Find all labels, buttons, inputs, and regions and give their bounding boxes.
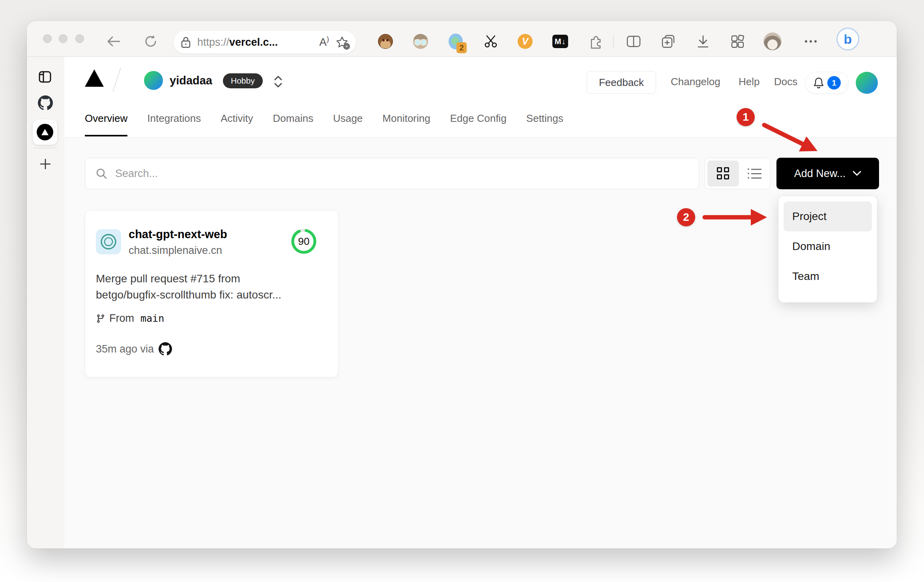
team-name[interactable]: yidadaa [170, 74, 212, 87]
collections-button[interactable] [659, 33, 677, 50]
commit-line-2: betgo/bugfix-scrollthumb fix: autoscr... [96, 287, 323, 303]
traffic-light-close[interactable] [43, 34, 52, 43]
dashboard-tabs: Overview Integrations Activity Domains U… [85, 112, 563, 136]
monkey-icon [378, 34, 393, 49]
extension-translate[interactable]: 2 [447, 33, 464, 50]
bing-chat-button[interactable]: b [836, 28, 859, 50]
extension-badge: 2 [456, 42, 467, 53]
add-new-button[interactable]: Add New... [776, 158, 879, 189]
list-view-icon [748, 168, 761, 179]
search-box [85, 158, 699, 189]
feedback-button[interactable]: Feedback [587, 71, 656, 94]
annotation-step-2: 2 [677, 208, 695, 226]
add-new-label: Add New... [794, 168, 846, 180]
team-switcher-button[interactable] [273, 75, 283, 90]
downloads-button[interactable] [694, 33, 712, 50]
openai-icon [99, 233, 118, 251]
browser-essentials-icon [730, 34, 745, 49]
tab-domains[interactable]: Domains [273, 112, 314, 136]
score-ring[interactable]: 90 [291, 228, 317, 254]
collections-icon [660, 34, 675, 49]
team-avatar[interactable] [144, 71, 163, 90]
tab-actions-button[interactable] [38, 70, 52, 84]
lock-icon [181, 36, 191, 48]
extension-markdown[interactable]: M↓ [552, 33, 569, 50]
split-screen-button[interactable] [625, 33, 642, 50]
menu-item-domain[interactable]: Domain [784, 231, 872, 261]
search-input[interactable] [115, 168, 668, 180]
toolbar-divider [613, 35, 614, 48]
puzzle-icon [588, 34, 603, 49]
chevron-down-icon [853, 171, 861, 176]
tab-activity[interactable]: Activity [221, 112, 253, 136]
v-icon: V [518, 34, 533, 49]
essentials-button[interactable] [729, 33, 746, 50]
extensions-menu[interactable] [587, 33, 604, 50]
ellipsis-icon [805, 40, 817, 43]
list-view-button[interactable] [739, 158, 771, 189]
tab-settings[interactable]: Settings [526, 112, 563, 136]
header-separator [64, 137, 897, 138]
profile-button[interactable] [763, 33, 782, 50]
docs-link[interactable]: Docs [774, 76, 797, 88]
branch-name: main [140, 313, 164, 324]
project-card[interactable]: chat-gpt-next-web chat.simplenaive.cn 90… [85, 210, 339, 377]
plus-icon: + [343, 43, 350, 50]
grid-view-button[interactable] [707, 160, 739, 187]
breadcrumb-slash [112, 67, 121, 91]
vertical-tab-github[interactable] [38, 95, 53, 110]
url-host: vercel.c... [229, 36, 278, 48]
traffic-light-zoom[interactable] [75, 34, 84, 43]
tab-overview[interactable]: Overview [85, 112, 127, 136]
add-favorite-icon[interactable]: + [335, 35, 349, 49]
tab-monitoring[interactable]: Monitoring [382, 112, 430, 136]
plan-badge: Hobby [223, 73, 263, 88]
sidebar-divider [34, 148, 57, 148]
chevron-up-down-icon [273, 75, 283, 88]
reader-mode-icon[interactable]: A) [319, 36, 329, 48]
github-icon [159, 342, 172, 356]
reload-button[interactable] [142, 33, 159, 50]
notifications-button[interactable]: 1 [805, 72, 849, 94]
extension-tampermonkey[interactable] [377, 33, 394, 50]
extension-clipper[interactable] [482, 33, 499, 50]
back-button[interactable] [105, 33, 122, 50]
view-toggle [705, 158, 771, 189]
changelog-link[interactable]: Changelog [671, 76, 720, 88]
annotation-step-1: 1 [737, 108, 755, 126]
vertical-tab-vercel-active[interactable] [33, 119, 57, 145]
deployment-meta: 35m ago via [96, 342, 172, 356]
markdown-icon: M↓ [552, 35, 568, 48]
project-name[interactable]: chat-gpt-next-web [129, 228, 227, 241]
menu-item-project[interactable]: Project [784, 201, 872, 231]
plus-icon [39, 158, 51, 170]
split-screen-icon [626, 35, 641, 48]
new-tab-button[interactable] [39, 158, 52, 170]
settings-more-button[interactable] [802, 33, 819, 50]
tab-usage[interactable]: Usage [333, 112, 363, 136]
branch-row: From main [96, 312, 164, 325]
add-new-dropdown: Project Domain Team [778, 196, 877, 302]
search-icon [95, 168, 107, 179]
url-scheme: https:// [197, 36, 229, 48]
extension-v[interactable]: V [516, 33, 534, 50]
project-domain[interactable]: chat.simplenaive.cn [129, 244, 222, 257]
tab-integrations[interactable]: Integrations [147, 112, 201, 136]
help-link[interactable]: Help [739, 76, 759, 88]
score-value: 90 [291, 228, 317, 254]
menu-item-team[interactable]: Team [784, 261, 872, 291]
reload-icon [144, 34, 158, 48]
browser-toolbar: https://vercel.c... A) + 2 [27, 21, 897, 57]
back-arrow-icon [107, 35, 121, 47]
user-avatar[interactable] [856, 72, 878, 94]
vercel-tab-icon [37, 124, 53, 140]
vercel-page: yidadaa Hobby Feedback Changelog Help Do… [64, 57, 897, 548]
address-bar[interactable]: https://vercel.c... A) + [174, 31, 356, 54]
vercel-logo[interactable] [85, 69, 104, 87]
scissors-icon [484, 34, 498, 48]
extension-persona[interactable] [412, 33, 429, 50]
traffic-light-minimize[interactable] [59, 34, 67, 43]
tab-edge-config[interactable]: Edge Config [450, 112, 507, 136]
notification-count-badge: 1 [827, 76, 841, 90]
screenshot-stage: https://vercel.c... A) + 2 [0, 0, 924, 582]
